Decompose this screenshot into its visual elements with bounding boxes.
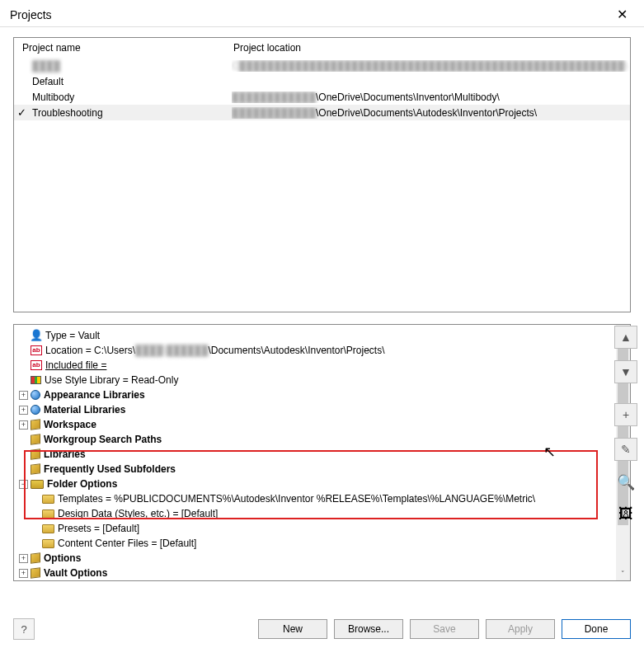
browse-button[interactable]: Browse... <box>334 619 403 639</box>
tree-libraries[interactable]: Libraries <box>19 447 630 462</box>
globe-icon <box>31 390 40 400</box>
plus-icon: + <box>623 408 629 421</box>
image-icon: 🖼 <box>618 505 633 523</box>
style-icon <box>31 376 41 384</box>
close-button[interactable]: ✕ <box>610 7 634 23</box>
ab-icon: ab <box>31 345 42 355</box>
cube-icon <box>31 552 40 563</box>
tree-location[interactable]: abLocation = C:\Users\████\██████\Docume… <box>19 343 630 358</box>
tree-material-libraries[interactable]: +Material Libraries <box>19 402 630 417</box>
image-config-button[interactable]: 🖼 <box>616 504 636 524</box>
help-icon: ? <box>21 623 26 636</box>
pencil-icon: ✎ <box>621 443 631 456</box>
search-config-button[interactable]: 🔍 <box>616 472 636 492</box>
project-settings-tree: 👤Type = Vault abLocation = C:\Users\████… <box>13 324 631 581</box>
add-button[interactable]: + <box>614 403 637 426</box>
col-header-name[interactable]: Project name <box>14 38 225 58</box>
project-row[interactable]: Multibody ████████████\OneDrive\Document… <box>14 89 630 105</box>
cube-icon <box>31 448 40 459</box>
move-down-button[interactable]: ▼ <box>614 360 637 383</box>
project-list: Project name Project location ████ C████… <box>13 37 631 312</box>
vault-icon: 👤 <box>31 330 42 341</box>
folder-icon <box>42 539 54 548</box>
tree-options[interactable]: +Options <box>19 551 630 566</box>
globe-icon <box>31 405 40 415</box>
tree-included-file[interactable]: abIncluded file = <box>19 358 630 373</box>
col-header-location[interactable]: Project location <box>225 38 630 58</box>
tree-frequently-used-subfolders[interactable]: Frequently Used Subfolders <box>19 462 630 477</box>
tree-type[interactable]: 👤Type = Vault <box>19 328 630 343</box>
scroll-down-icon[interactable]: ˅ <box>616 566 630 580</box>
tree-folder-options[interactable]: −Folder Options <box>19 477 630 491</box>
cube-icon <box>31 567 40 578</box>
tree-appearance-libraries[interactable]: +Appearance Libraries <box>19 387 630 402</box>
active-project-check-icon: ✓ <box>14 107 29 118</box>
cube-icon <box>31 434 40 444</box>
save-button[interactable]: Save <box>410 619 479 639</box>
expand-icon[interactable]: + <box>19 569 28 578</box>
cube-icon <box>31 463 40 474</box>
project-row[interactable]: Default <box>14 73 630 89</box>
folder-open-icon <box>31 480 44 489</box>
expand-icon[interactable]: + <box>19 420 28 430</box>
done-button[interactable]: Done <box>562 619 631 639</box>
edit-button[interactable]: ✎ <box>614 438 637 461</box>
expand-icon[interactable]: + <box>19 391 28 400</box>
apply-button[interactable]: Apply <box>486 619 555 639</box>
move-up-button[interactable]: ▲ <box>614 326 637 349</box>
expand-icon[interactable]: + <box>19 406 28 415</box>
collapse-icon[interactable]: − <box>19 480 28 489</box>
triangle-up-icon: ▲ <box>620 331 632 344</box>
folder-icon <box>42 495 54 504</box>
search-icon: 🔍 <box>617 473 635 491</box>
project-row[interactable]: ✓ Troubleshooting ████████████\OneDrive\… <box>14 105 630 120</box>
help-button[interactable]: ? <box>13 618 35 640</box>
tree-content-center-files[interactable]: Content Center Files = [Default] <box>19 536 630 551</box>
folder-icon <box>42 509 54 519</box>
cube-icon <box>31 419 40 430</box>
tree-templates[interactable]: Templates = %PUBLICDOCUMENTS%\Autodesk\I… <box>19 491 630 506</box>
tree-design-data[interactable]: Design Data (Styles, etc.) = [Default] <box>19 506 630 521</box>
window-title: Projects <box>10 8 52 21</box>
tree-use-style-library[interactable]: Use Style Library = Read-Only <box>19 373 630 387</box>
tree-presets[interactable]: Presets = [Default] <box>19 521 630 536</box>
triangle-down-icon: ▼ <box>620 365 632 378</box>
tree-workgroup-search-paths[interactable]: Workgroup Search Paths <box>19 432 630 447</box>
project-row[interactable]: ████ C██████████████████████████████████… <box>14 58 630 73</box>
expand-icon[interactable]: + <box>19 554 28 563</box>
tree-workspace[interactable]: +Workspace <box>19 417 630 432</box>
folder-icon <box>42 524 54 533</box>
new-button[interactable]: New <box>258 619 327 639</box>
tree-vault-options[interactable]: +Vault Options <box>19 566 630 580</box>
ab-icon: ab <box>31 360 42 370</box>
